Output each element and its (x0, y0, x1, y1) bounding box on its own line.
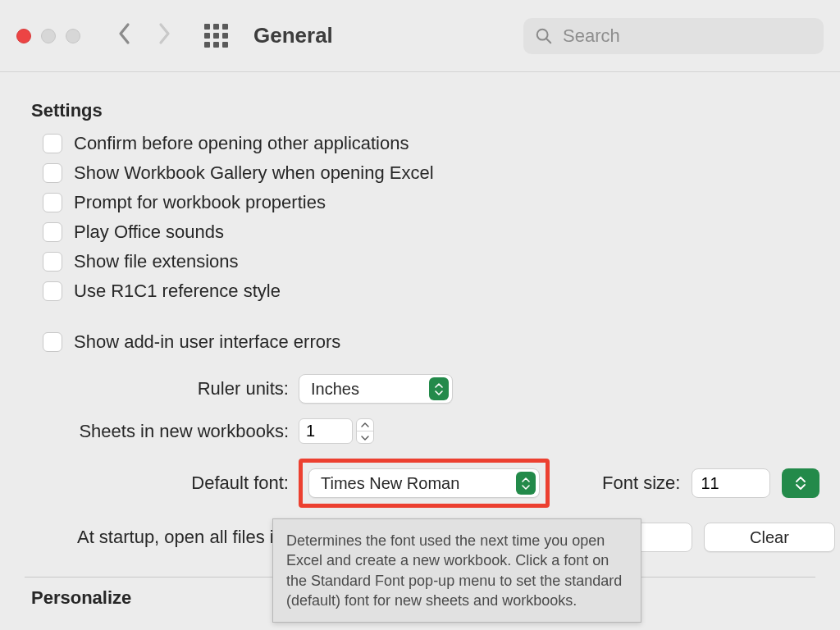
window-zoom-button[interactable] (66, 29, 80, 43)
checkbox-gallery[interactable] (43, 163, 62, 183)
option-prompt-props: Prompt for workbook properties (43, 192, 815, 213)
ruler-units-select[interactable]: Inches (299, 374, 453, 404)
option-label: Use R1C1 reference style (74, 281, 281, 302)
back-button[interactable] (117, 22, 132, 49)
chevron-updown-icon (516, 472, 536, 495)
option-label: Prompt for workbook properties (74, 192, 326, 213)
default-font-value: Times New Roman (321, 474, 459, 493)
option-label: Confirm before opening other application… (74, 133, 409, 154)
option-label: Show add-in user interface errors (74, 331, 340, 353)
search-icon (535, 27, 553, 45)
search-field-wrap[interactable] (523, 18, 824, 54)
option-label: Show file extensions (74, 251, 239, 272)
font-size-label: Font size: (602, 472, 680, 494)
search-input[interactable] (561, 25, 812, 48)
default-font-label: Default font: (25, 472, 289, 494)
default-font-tooltip: Determines the font used the next time y… (272, 518, 641, 623)
checkbox-show-ext[interactable] (43, 252, 62, 272)
stepper-down-icon[interactable] (357, 431, 373, 443)
font-size-stepper[interactable] (782, 468, 819, 498)
clear-button[interactable]: Clear (704, 523, 835, 552)
startup-label: At startup, open all files in: (25, 527, 289, 548)
window-close-button[interactable] (16, 29, 31, 43)
default-font-select[interactable]: Times New Roman (308, 468, 540, 498)
chevron-updown-icon (429, 377, 449, 400)
show-all-icon[interactable] (204, 24, 229, 48)
svg-line-1 (546, 39, 550, 43)
window-title: General (253, 23, 333, 48)
checkbox-r1c1[interactable] (43, 281, 62, 301)
option-addin-errors: Show add-in user interface errors (43, 331, 815, 353)
window-minimize-button[interactable] (41, 29, 56, 43)
option-sounds: Play Office sounds (43, 221, 815, 243)
option-label: Play Office sounds (74, 221, 224, 243)
checkbox-sounds[interactable] (43, 222, 62, 242)
font-size-input[interactable] (692, 468, 770, 498)
section-settings-header: Settings (31, 100, 815, 121)
default-font-highlight: Times New Roman (299, 459, 550, 508)
option-gallery: Show Workbook Gallery when opening Excel (43, 162, 815, 184)
option-confirm-open: Confirm before opening other application… (43, 133, 815, 154)
checkbox-prompt-props[interactable] (43, 193, 62, 212)
stepper-up-icon[interactable] (357, 419, 373, 431)
option-show-ext: Show file extensions (43, 251, 815, 272)
sheets-stepper[interactable] (356, 418, 374, 444)
window-controls (16, 29, 80, 43)
nav-arrows (117, 22, 171, 49)
window-toolbar: General (0, 0, 840, 72)
checkbox-confirm-open[interactable] (43, 134, 62, 153)
ruler-units-label: Ruler units: (25, 378, 289, 399)
checkbox-addin-errors[interactable] (43, 332, 62, 352)
forward-button[interactable] (157, 22, 171, 49)
option-r1c1: Use R1C1 reference style (43, 281, 815, 302)
option-label: Show Workbook Gallery when opening Excel (74, 162, 434, 184)
sheets-input[interactable] (299, 418, 353, 444)
sheets-label: Sheets in new workbooks: (25, 421, 289, 442)
ruler-units-value: Inches (311, 380, 359, 399)
